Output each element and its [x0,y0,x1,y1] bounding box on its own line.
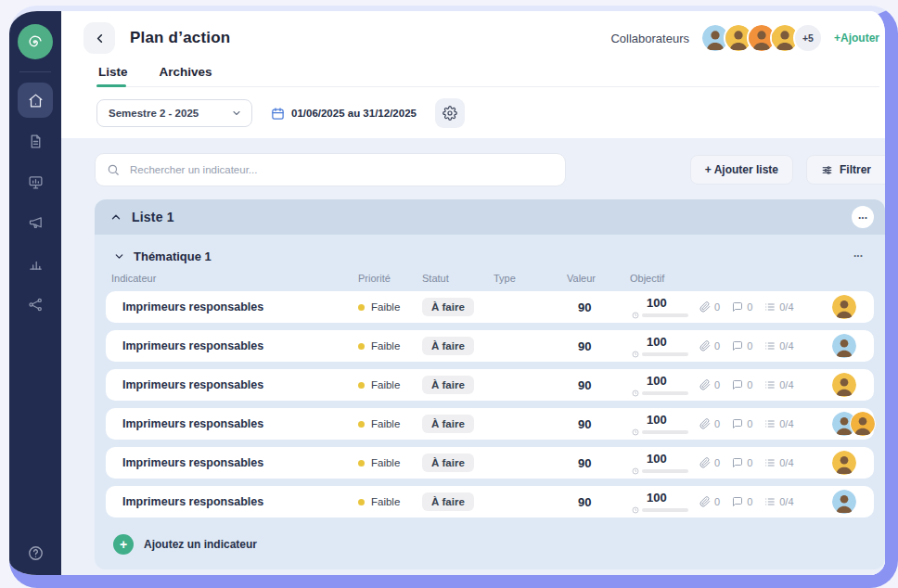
indicator-row[interactable]: Imprimeurs responsables Faible À faire 9… [106,408,874,440]
row-assignees[interactable] [818,489,874,515]
chevron-left-icon [93,32,107,45]
checklist-counter[interactable]: 0/4 [764,496,793,507]
progress-bar [642,508,688,512]
paperclip-icon [699,457,711,468]
add-collaborator-button[interactable]: +Ajouter [834,32,879,45]
sidebar-item-network[interactable] [18,287,53,322]
network-icon [28,297,44,313]
row-assignees[interactable] [818,372,874,398]
row-assignees[interactable] [818,450,874,476]
indicator-name: Imprimeurs responsables [122,378,358,391]
comments-counter[interactable]: 0 [732,496,752,507]
search-icon [107,163,120,176]
indicator-row[interactable]: Imprimeurs responsables Faible À faire 9… [106,369,874,401]
column-header-priorite: Priorité [358,273,422,284]
sidebar [9,11,61,575]
comments-counter[interactable]: 0 [732,418,752,429]
column-header-objectif: Objectif [630,273,699,284]
app-logo[interactable] [18,24,53,59]
search-input[interactable] [128,163,554,176]
priority-dot-icon [358,343,365,350]
checklist-icon [764,418,776,429]
progress-bar [642,430,688,434]
sidebar-item-documents[interactable] [18,123,53,159]
add-list-button[interactable]: + Ajouter liste [690,155,793,185]
search-box [95,153,566,186]
spiral-logo-icon [26,32,45,51]
comments-counter[interactable]: 0 [732,340,752,352]
checklist-icon [764,457,776,468]
sidebar-item-home[interactable] [18,83,53,118]
add-indicator-button[interactable]: + Ajoutez un indicateur [106,525,874,556]
column-header-valeur: Valeur [567,273,630,284]
objective-cell: 100 [630,491,699,514]
megaphone-icon [28,215,44,231]
sidebar-item-statistics[interactable] [18,246,53,281]
value-cell: 90 [567,495,630,509]
sidebar-item-help[interactable] [27,544,45,562]
attachments-counter[interactable]: 0 [699,379,720,390]
attachments-counter[interactable]: 0 [699,457,720,468]
attachments-counter[interactable]: 0 [699,340,720,352]
tab-bar: Liste Archives [96,65,879,87]
settings-button[interactable] [435,98,465,128]
filter-icon [821,164,833,176]
indicator-row[interactable]: Imprimeurs responsables Faible À faire 9… [106,486,874,518]
back-button[interactable] [83,22,115,54]
comments-counter[interactable]: 0 [732,379,752,390]
calendar-icon [271,107,285,121]
comment-icon [732,301,743,313]
app-window: Plan d’action Collaborateurs [9,6,898,588]
priority-cell: Faible [358,496,422,507]
indicator-row[interactable]: Imprimeurs responsables Faible À faire 9… [106,447,874,479]
comments-counter[interactable]: 0 [732,301,752,313]
help-icon [27,544,45,562]
checklist-counter[interactable]: 0/4 [764,340,793,352]
attachments-counter[interactable]: 0 [699,301,720,313]
attachments-counter[interactable]: 0 [699,496,720,507]
indicator-row[interactable]: Imprimeurs responsables Faible À faire 9… [106,291,874,323]
row-assignees[interactable] [818,411,874,437]
row-assignees[interactable] [818,333,874,359]
checklist-icon [764,379,776,390]
column-headers: Indicateur Priorité Statut Type Valeur O… [106,273,874,291]
avatar [831,294,857,320]
checklist-counter[interactable]: 0/4 [764,418,793,429]
thematic-more-button[interactable]: ... [853,248,868,264]
priority-cell: Faible [358,340,422,352]
collaborators-more-badge[interactable]: +5 [793,23,823,53]
avatar [831,372,857,398]
list-body: Thématique 1 ... Indicateur Priorité Sta… [95,235,885,569]
chevron-up-icon [109,211,122,224]
list-header[interactable]: Liste 1 ... [95,199,885,235]
indicator-name: Imprimeurs responsables [122,339,358,352]
status-badge: À faire [422,454,474,472]
thematic-header[interactable]: Thématique 1 ... [106,244,874,273]
sidebar-item-announcements[interactable] [18,205,53,240]
page-title: Plan d’action [130,29,230,47]
column-header-type: Type [494,273,567,284]
tab-liste[interactable]: Liste [96,65,130,86]
list-more-button[interactable]: ... [852,206,874,228]
plus-icon: + [113,534,134,555]
checklist-counter[interactable]: 0/4 [764,379,793,390]
row-meta: 0 0 0/4 [699,340,818,352]
attachments-counter[interactable]: 0 [699,418,720,429]
objective-cell: 100 [630,374,699,397]
period-select[interactable]: Semestre 2 - 2025 [96,99,252,127]
row-assignees[interactable] [818,294,874,320]
indicator-row[interactable]: Imprimeurs responsables Faible À faire 9… [106,330,874,362]
filter-button[interactable]: Filtrer [806,155,885,185]
comments-counter[interactable]: 0 [732,457,752,468]
collaborators-avatars[interactable] [700,23,800,53]
tab-archives[interactable]: Archives [158,65,214,86]
comment-icon [732,340,743,352]
value-cell: 90 [567,456,630,470]
date-range-picker[interactable]: 01/06/2025 au 31/12/2025 [271,107,417,121]
row-meta: 0 0 0/4 [699,418,818,429]
checklist-counter[interactable]: 0/4 [764,301,793,313]
search-row: + Ajouter liste Filtrer [95,153,885,186]
paperclip-icon [699,379,711,390]
sidebar-item-presentation[interactable] [18,164,53,199]
checklist-counter[interactable]: 0/4 [764,457,793,468]
